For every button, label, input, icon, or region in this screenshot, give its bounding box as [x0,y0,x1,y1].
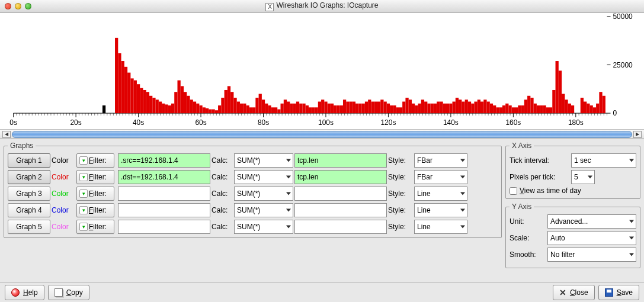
filter-input-4[interactable] [118,203,210,217]
svg-rect-323 [474,102,477,114]
view-as-tod-input[interactable] [510,187,517,195]
svg-rect-354 [571,105,574,113]
unit-select[interactable]: Advanced... [547,214,636,229]
io-graph[interactable]: 025000500000s20s40s60s80s100s120s140s160… [0,13,644,129]
calc-field-input-4[interactable] [294,203,387,217]
filter-button-4[interactable]: ▾Filter: [76,203,114,217]
calc-select-5[interactable]: SUM(*) [234,220,293,234]
calc-field-input-1[interactable] [294,153,387,168]
svg-rect-344 [540,105,543,113]
svg-rect-269 [306,105,309,113]
graph-toggle-2[interactable]: Graph 2 [8,170,50,184]
svg-rect-277 [331,104,334,113]
help-button[interactable]: Help [5,285,44,300]
svg-rect-325 [480,102,483,114]
svg-rect-360 [596,104,599,113]
calc-label: Calc: [212,189,233,198]
zoom-window-button[interactable] [25,3,31,9]
xaxis-legend: X Axis [510,142,534,150]
style-select-3[interactable]: Line [414,187,467,201]
svg-rect-229 [181,86,184,113]
close-icon: ✕ [559,288,566,297]
close-button[interactable]: ✕ Close [553,285,595,300]
style-label: Style: [388,173,413,181]
svg-text:50000: 50000 [613,13,633,21]
scroll-left-button[interactable]: ◀ [2,131,11,138]
scale-select[interactable]: Auto [547,231,636,245]
svg-rect-218 [146,92,149,113]
copy-button[interactable]: Copy [48,285,89,300]
calc-label: Calc: [212,206,233,214]
style-select-1[interactable]: FBar [414,153,467,168]
svg-rect-321 [468,102,471,114]
filter-icon: ▾ [79,173,88,181]
graph-toggle-5[interactable]: Graph 5 [8,220,50,234]
svg-rect-245 [230,92,233,113]
svg-rect-235 [199,105,202,113]
calc-select-2[interactable]: SUM(*) [234,170,293,184]
style-select-2[interactable]: FBar [414,170,467,184]
svg-rect-328 [490,104,493,113]
filter-button-5[interactable]: ▾Filter: [76,220,114,234]
horizontal-scrollbar[interactable]: ◀ ▶ [0,130,644,139]
filter-button-1[interactable]: ▾Filter: [76,153,114,168]
svg-rect-246 [233,98,236,113]
filter-button-3[interactable]: ▾Filter: [76,187,114,201]
svg-rect-307 [424,102,427,114]
scroll-thumb[interactable] [12,131,632,138]
svg-rect-248 [240,104,243,113]
calc-field-input-5[interactable] [294,220,387,234]
calc-select-3[interactable]: SUM(*) [234,187,293,201]
svg-rect-221 [156,99,159,113]
svg-rect-278 [334,105,337,113]
filter-input-5[interactable] [118,220,210,234]
filter-input-3[interactable] [118,187,210,201]
graph-toggle-3[interactable]: Graph 3 [8,187,50,201]
graph-toggle-1[interactable]: Graph 1 [8,153,50,168]
svg-rect-227 [174,92,177,113]
svg-rect-291 [374,102,377,114]
style-select-5[interactable]: Line [414,220,467,234]
svg-text:20s: 20s [71,118,82,127]
svg-rect-273 [318,102,321,114]
svg-text:120s: 120s [380,118,396,127]
svg-rect-228 [177,81,180,113]
svg-rect-347 [549,107,552,113]
yaxis-legend: Y Axis [510,203,534,211]
svg-rect-220 [152,98,155,113]
smooth-select[interactable]: No filter [547,248,636,262]
calc-field-input-2[interactable] [294,170,387,184]
filter-input-1[interactable] [118,153,210,168]
filter-input-2[interactable] [118,170,210,184]
svg-text:60s: 60s [195,118,206,127]
graph-color-label-1: Color [52,156,75,165]
graph-toggle-4[interactable]: Graph 4 [8,203,50,217]
svg-rect-350 [559,70,562,113]
svg-rect-317 [456,98,459,113]
svg-rect-301 [405,98,408,113]
style-select-4[interactable]: Line [414,203,467,217]
svg-rect-308 [427,104,430,113]
close-window-button[interactable] [5,3,11,9]
pixels-per-tick-select[interactable]: 5 [571,170,595,184]
save-button[interactable]: Save [598,285,639,300]
svg-rect-226 [171,104,174,113]
view-as-tod-checkbox[interactable]: View as time of day [510,187,636,195]
svg-rect-335 [512,107,515,113]
svg-rect-355 [581,98,584,113]
svg-rect-316 [453,102,456,114]
scroll-right-button[interactable]: ▶ [633,131,642,138]
calc-select-4[interactable]: SUM(*) [234,203,293,217]
svg-rect-353 [568,104,571,113]
graph-color-label-3: Color [52,189,75,198]
tick-interval-select[interactable]: 1 sec [571,153,636,168]
minimize-window-button[interactable] [15,3,21,9]
svg-rect-214 [134,81,137,113]
svg-rect-293 [380,99,383,113]
unit-label: Unit: [510,217,545,226]
chart-area[interactable]: 025000500000s20s40s60s80s100s120s140s160… [0,13,644,130]
svg-rect-306 [421,99,424,113]
filter-button-2[interactable]: ▾Filter: [76,170,114,184]
calc-select-1[interactable]: SUM(*) [234,153,293,168]
calc-field-input-3[interactable] [294,187,387,201]
